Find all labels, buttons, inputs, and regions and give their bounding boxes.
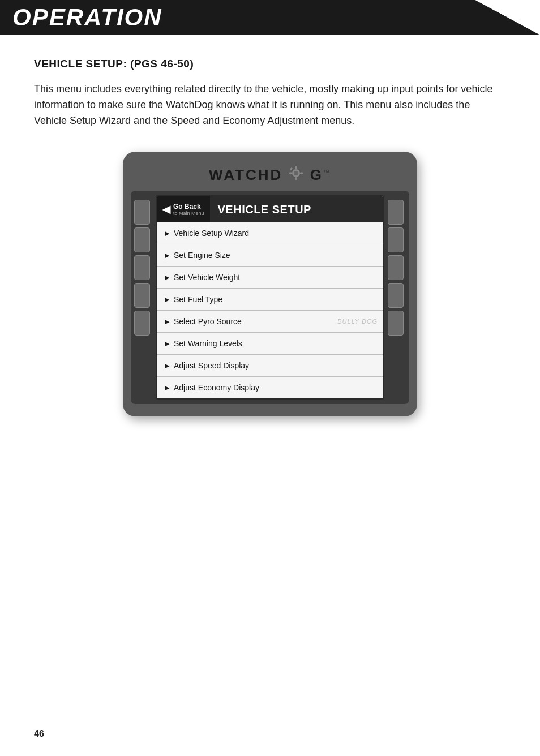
go-back-text: Go Back to Main Menu [173,203,204,217]
menu-arrow-icon-3: ▶ [165,296,169,303]
menu-list: ▶Vehicle Setup Wizard▶Set Engine Size▶Se… [157,222,383,398]
menu-item-7[interactable]: ▶Adjust Economy Display [157,377,383,398]
brand-name: WATCHD G™ [209,166,331,183]
menu-item-label-0: Vehicle Setup Wizard [174,229,249,238]
side-button-right-5[interactable] [388,311,404,336]
screen-header: ◀ Go Back to Main Menu VEHICLE SETUP [157,196,383,222]
menu-item-label-5: Set Warning Levels [174,339,242,348]
body-text: This menu includes everything related di… [34,81,498,129]
side-button-left-1[interactable] [134,200,150,225]
svg-rect-2 [295,166,297,169]
svg-rect-5 [300,173,303,174]
header-banner: OPERATION [0,0,540,35]
gear-icon [289,166,303,184]
side-button-left-3[interactable] [134,255,150,280]
menu-arrow-icon-4: ▶ [165,318,169,325]
menu-arrow-icon-2: ▶ [165,274,169,281]
page-content: VEHICLE SETUP: (PGS 46-50) This menu inc… [0,35,540,450]
device-illustration: WATCHD G™ [34,152,506,417]
side-button-left-5[interactable] [134,311,150,336]
side-button-right-3[interactable] [388,255,404,280]
screen-title: VEHICLE SETUP [210,203,311,216]
svg-rect-3 [295,177,297,180]
menu-item-label-3: Set Fuel Type [174,295,222,304]
menu-item-label-4: Select Pyro Source [174,317,242,326]
menu-item-label-1: Set Engine Size [174,251,230,260]
menu-item-5[interactable]: ▶Set Warning Levels [157,333,383,355]
go-back-button[interactable]: ◀ Go Back to Main Menu [157,196,210,222]
menu-item-1[interactable]: ▶Set Engine Size [157,244,383,267]
menu-item-label-6: Adjust Speed Display [174,361,249,370]
trademark: ™ [323,169,331,175]
device-top: WATCHD G™ [131,162,409,188]
back-arrow-icon: ◀ [162,203,170,216]
menu-item-label-2: Set Vehicle Weight [174,273,240,282]
screen-frame: ◀ Go Back to Main Menu VEHICLE SETUP ▶Ve… [131,191,409,404]
right-side-buttons [388,195,406,400]
menu-item-0[interactable]: ▶Vehicle Setup Wizard [157,222,383,244]
left-side-buttons [134,195,152,400]
menu-item-6[interactable]: ▶Adjust Speed Display [157,355,383,377]
device-screen: ◀ Go Back to Main Menu VEHICLE SETUP ▶Ve… [156,195,384,400]
side-button-left-4[interactable] [134,283,150,308]
menu-arrow-icon-5: ▶ [165,340,169,347]
svg-point-1 [294,171,298,175]
pyro-watermark: BULLY DOG [337,318,378,325]
menu-item-label-7: Adjust Economy Display [174,383,259,392]
go-back-sublabel: to Main Menu [173,211,204,217]
menu-arrow-icon-7: ▶ [165,384,169,392]
menu-item-4[interactable]: ▶Select Pyro SourceBULLY DOG [157,311,383,333]
page-section-title: OPERATION [12,4,162,31]
menu-arrow-icon-1: ▶ [165,252,169,259]
watchdog-device: WATCHD G™ [123,152,417,417]
go-back-label: Go Back [173,203,204,211]
menu-item-3[interactable]: ▶Set Fuel Type [157,289,383,311]
menu-arrow-icon-6: ▶ [165,362,169,370]
menu-item-2[interactable]: ▶Set Vehicle Weight [157,267,383,289]
side-button-right-1[interactable] [388,200,404,225]
side-button-left-2[interactable] [134,227,150,252]
side-button-right-2[interactable] [388,227,404,252]
page-number: 46 [34,729,44,739]
svg-rect-4 [289,173,292,174]
menu-arrow-icon-0: ▶ [165,230,169,237]
section-heading: VEHICLE SETUP: (PGS 46-50) [34,58,506,70]
side-button-right-4[interactable] [388,283,404,308]
